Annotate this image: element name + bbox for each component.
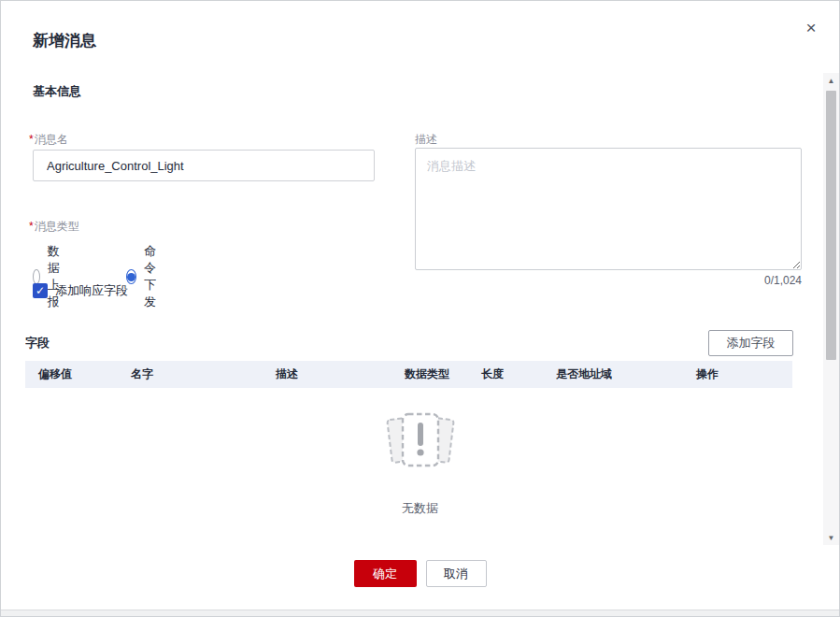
checkbox-label: 添加响应字段 — [55, 282, 128, 299]
required-asterisk: * — [29, 220, 34, 233]
cancel-button[interactable]: 取消 — [426, 560, 487, 587]
radio-label: 数据上报 — [48, 243, 67, 310]
col-name: 名字 — [118, 361, 263, 388]
scrollbar-track[interactable]: ▲ ▼ — [823, 73, 839, 545]
col-operation: 操作 — [683, 361, 792, 388]
dialog-title: 新增消息 — [33, 30, 96, 51]
page-background: 新增消息 × 基本信息 *消息名 描述 0/1,024 *消息类型 数据上报 命… — [0, 0, 840, 617]
empty-state: 无数据 — [1, 409, 839, 517]
col-description: 描述 — [263, 361, 392, 388]
basic-info-section-title: 基本信息 — [33, 83, 81, 100]
col-data-type: 数据类型 — [392, 361, 468, 388]
close-icon[interactable]: × — [799, 16, 823, 40]
fields-section-title: 字段 — [25, 335, 50, 352]
add-message-dialog: 新增消息 × 基本信息 *消息名 描述 0/1,024 *消息类型 数据上报 命… — [1, 1, 839, 610]
radio-data-report[interactable]: 数据上报 — [33, 243, 67, 310]
dialog-footer: 确定 取消 — [1, 560, 839, 587]
scroll-up-icon[interactable]: ▲ — [823, 73, 839, 88]
fields-table: 偏移值 名字 描述 数据类型 长度 是否地址域 操作 — [25, 361, 792, 388]
no-data-text: 无数据 — [402, 500, 438, 517]
radio-command-delivery[interactable]: 命令下发 — [126, 243, 161, 310]
confirm-button[interactable]: 确定 — [354, 560, 417, 587]
col-address-field: 是否地址域 — [543, 361, 683, 388]
col-length: 长度 — [468, 361, 543, 388]
checkbox-checked-icon: ✓ — [33, 283, 48, 298]
add-field-button[interactable]: 添加字段 — [708, 330, 793, 356]
no-data-icon — [372, 409, 469, 478]
table-header-row: 偏移值 名字 描述 数据类型 长度 是否地址域 操作 — [25, 361, 792, 388]
char-counter: 0/1,024 — [708, 274, 802, 287]
description-label: 描述 — [415, 132, 437, 148]
description-textarea[interactable] — [415, 148, 802, 270]
required-asterisk: * — [29, 133, 34, 146]
radio-label: 命令下发 — [144, 243, 161, 310]
add-response-field-checkbox[interactable]: ✓ 添加响应字段 — [33, 282, 128, 299]
message-name-input[interactable] — [33, 150, 375, 181]
message-name-label: *消息名 — [29, 132, 68, 148]
scroll-down-icon[interactable]: ▼ — [823, 530, 839, 545]
col-offset: 偏移值 — [25, 361, 118, 388]
scrollbar-thumb[interactable] — [826, 91, 836, 360]
message-type-label: *消息类型 — [29, 219, 79, 235]
